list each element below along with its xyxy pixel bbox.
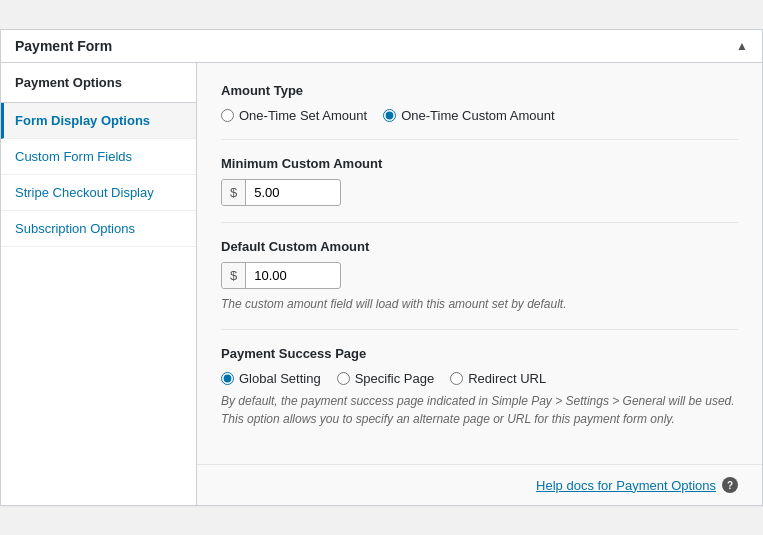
redirect-url-label: Redirect URL [468, 371, 546, 386]
specific-page-option[interactable]: Specific Page [337, 371, 435, 386]
panel-header: Payment Form ▲ [1, 30, 762, 63]
global-setting-label: Global Setting [239, 371, 321, 386]
one-time-set-option[interactable]: One-Time Set Amount [221, 108, 367, 123]
sidebar-item-custom-form-fields[interactable]: Custom Form Fields [1, 139, 196, 175]
specific-page-label: Specific Page [355, 371, 435, 386]
payment-success-radio-group: Global Setting Specific Page Redirect UR… [221, 371, 738, 386]
default-custom-amount-section: Default Custom Amount $ The custom amoun… [221, 239, 738, 313]
help-docs-link[interactable]: Help docs for Payment Options [536, 478, 716, 493]
sidebar: Payment OptionsForm Display OptionsCusto… [1, 63, 197, 505]
one-time-custom-label: One-Time Custom Amount [401, 108, 554, 123]
panel-title: Payment Form [15, 38, 112, 54]
help-icon[interactable]: ? [722, 477, 738, 493]
minimum-amount-input-group: $ [221, 179, 341, 206]
amount-type-label: Amount Type [221, 83, 738, 98]
one-time-set-radio[interactable] [221, 109, 234, 122]
redirect-url-radio[interactable] [450, 372, 463, 385]
minimum-amount-input[interactable] [246, 180, 326, 205]
default-amount-input[interactable] [246, 263, 326, 288]
payment-success-helper: By default, the payment success page ind… [221, 392, 738, 428]
minimum-custom-amount-section: Minimum Custom Amount $ [221, 156, 738, 206]
panel-body: Payment OptionsForm Display OptionsCusto… [1, 63, 762, 505]
one-time-custom-radio[interactable] [383, 109, 396, 122]
divider-2 [221, 222, 738, 223]
minimum-custom-amount-label: Minimum Custom Amount [221, 156, 738, 171]
default-amount-helper: The custom amount field will load with t… [221, 295, 738, 313]
divider-1 [221, 139, 738, 140]
sidebar-item-subscription-options[interactable]: Subscription Options [1, 211, 196, 247]
main-content: Amount Type One-Time Set Amount One-Time… [197, 63, 762, 464]
redirect-url-option[interactable]: Redirect URL [450, 371, 546, 386]
one-time-custom-option[interactable]: One-Time Custom Amount [383, 108, 554, 123]
sidebar-item-payment-options: Payment Options [1, 63, 196, 103]
default-custom-amount-label: Default Custom Amount [221, 239, 738, 254]
panel-collapse-icon[interactable]: ▲ [736, 39, 748, 53]
one-time-set-label: One-Time Set Amount [239, 108, 367, 123]
amount-type-section: Amount Type One-Time Set Amount One-Time… [221, 83, 738, 123]
default-amount-input-group: $ [221, 262, 341, 289]
sidebar-item-form-display-options[interactable]: Form Display Options [1, 103, 196, 139]
payment-success-page-label: Payment Success Page [221, 346, 738, 361]
sidebar-item-stripe-checkout-display[interactable]: Stripe Checkout Display [1, 175, 196, 211]
global-setting-option[interactable]: Global Setting [221, 371, 321, 386]
global-setting-radio[interactable] [221, 372, 234, 385]
specific-page-radio[interactable] [337, 372, 350, 385]
divider-3 [221, 329, 738, 330]
payment-form-panel: Payment Form ▲ Payment OptionsForm Displ… [0, 29, 763, 506]
payment-success-page-section: Payment Success Page Global Setting Spec… [221, 346, 738, 428]
content-footer: Help docs for Payment Options ? [197, 464, 762, 505]
amount-type-radio-group: One-Time Set Amount One-Time Custom Amou… [221, 108, 738, 123]
default-amount-prefix: $ [222, 263, 246, 288]
minimum-amount-prefix: $ [222, 180, 246, 205]
